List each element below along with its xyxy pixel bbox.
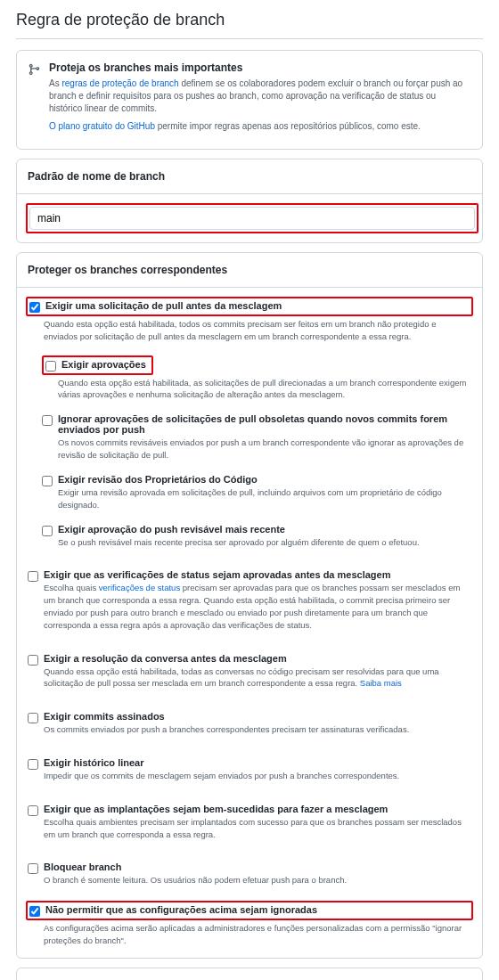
nobypass-desc: As configurações acima serão aplicadas a…: [44, 923, 462, 945]
dismiss-stale-label: Ignorar aprovações de solicitações de pu…: [58, 413, 471, 435]
codeowners-desc: Exigir uma revisão aprovada em solicitaç…: [58, 487, 442, 510]
info-link-plan[interactable]: O plano gratuito do GitHub: [49, 121, 155, 131]
highlight-pattern: [26, 203, 479, 233]
status-checks-checkbox[interactable]: [28, 571, 38, 582]
require-approvals-checkbox[interactable]: [45, 361, 56, 372]
conversation-link[interactable]: Saiba mais: [360, 678, 402, 688]
highlight-require-pr: Exigir uma solicitação de pull antes da …: [26, 297, 473, 316]
require-pr-label: Exigir uma solicitação de pull antes da …: [45, 300, 466, 311]
status-checks-label: Exigir que as verificações de status sej…: [44, 569, 471, 580]
info-text-2: O plano gratuito do GitHub permite impor…: [49, 120, 471, 133]
conversation-label: Exigir a resolução da conversa antes da …: [44, 653, 471, 664]
protect-header: Proteger os branches correspondentes: [17, 253, 482, 288]
branch-pattern-input[interactable]: [29, 207, 475, 230]
lock-desc: O branch é somente leitura. Os usuários …: [44, 875, 347, 885]
lastpush-checkbox[interactable]: [42, 526, 53, 536]
require-approvals-label: Exigir aprovações: [61, 359, 146, 370]
status-checks-desc: Escolha quais verificações de status pre…: [44, 583, 460, 629]
dismiss-stale-desc: Os novos commits revisáveis enviados por…: [58, 437, 463, 460]
signed-desc: Os commits enviados por push a branches …: [44, 724, 409, 734]
codeowners-checkbox[interactable]: [42, 476, 53, 486]
conversation-checkbox[interactable]: [28, 655, 38, 666]
require-pr-checkbox[interactable]: [29, 302, 40, 313]
linear-checkbox[interactable]: [28, 759, 38, 770]
linear-label: Exigir histórico linear: [44, 757, 471, 768]
pattern-header: Padrão de nome de branch: [17, 159, 482, 194]
dismiss-stale-checkbox[interactable]: [42, 415, 53, 426]
nobypass-checkbox[interactable]: [29, 906, 40, 917]
deploy-label: Exigir que as implantações sejam bem-suc…: [44, 804, 471, 814]
highlight-require-approvals: Exigir aprovações: [42, 355, 153, 375]
page-title: Regra de proteção de branch: [16, 11, 483, 29]
branch-icon: [28, 63, 40, 138]
signed-label: Exigir commits assinados: [44, 711, 471, 722]
require-pr-desc: Quando esta opção está habilitada, todos…: [44, 319, 436, 341]
lastpush-desc: Se o push revisável mais recente precisa…: [58, 537, 420, 547]
all-rules-panel: Regras aplicadas a todos, incluindo admi…: [16, 968, 483, 980]
lock-label: Bloquear branch: [44, 862, 471, 872]
title-divider: [16, 38, 483, 39]
conversation-desc: Quando essa opção está habilitada, todas…: [44, 666, 439, 689]
all-rules-header: Regras aplicadas a todos, incluindo admi…: [17, 968, 482, 980]
linear-desc: Impedir que os commits de mesclagem seja…: [44, 771, 399, 780]
deploy-desc: Escolha quais ambientes precisam ser imp…: [44, 817, 462, 839]
deploy-checkbox[interactable]: [28, 805, 38, 816]
lastpush-label: Exigir aprovação do push revisável mais …: [58, 524, 471, 535]
status-checks-link[interactable]: verificações de status: [99, 583, 180, 592]
info-text-1: As regras de proteção de branch definem …: [49, 78, 471, 115]
info-link-rules[interactable]: regras de proteção de branch: [61, 78, 178, 88]
require-approvals-desc: Quando esta opção está habilitada, as so…: [58, 378, 466, 400]
lock-checkbox[interactable]: [28, 863, 38, 874]
info-heading: Proteja os branches mais importantes: [49, 61, 471, 74]
info-panel: Proteja os branches mais importantes As …: [16, 50, 483, 150]
pattern-panel: Padrão de nome de branch: [16, 159, 483, 243]
protect-panel: Proteger os branches correspondentes Exi…: [16, 252, 483, 959]
highlight-nobypass: Não permitir que as configurações acima …: [26, 901, 473, 920]
signed-checkbox[interactable]: [28, 713, 38, 723]
codeowners-label: Exigir revisão dos Proprietários do Códi…: [58, 474, 471, 485]
nobypass-label: Não permitir que as configurações acima …: [45, 904, 466, 915]
